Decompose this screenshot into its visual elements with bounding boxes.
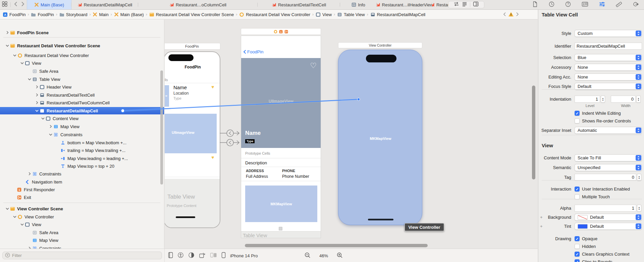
- filter-field[interactable]: Filter: [2, 252, 162, 259]
- canvas-horizontal-scrollbar[interactable]: [245, 244, 428, 247]
- scene2-description-cell[interactable]: Description: [245, 160, 267, 165]
- appearance-icon[interactable]: [188, 252, 195, 260]
- indentation-level-field[interactable]: 1: [575, 96, 600, 103]
- popup-button[interactable]: None: [575, 73, 642, 81]
- color-popup[interactable]: Default: [575, 223, 642, 230]
- indentation-width-field[interactable]: 0: [611, 96, 636, 103]
- outline-row-restaurantdetailmapcell[interactable]: RestaurantDetailMapCell: [0, 107, 164, 114]
- disclosure-open-icon[interactable]: [27, 77, 32, 82]
- disclosure-closed-icon[interactable]: [27, 171, 32, 176]
- stepper[interactable]: ▲▼: [601, 96, 605, 103]
- outline-row-constraints[interactable]: Constraints: [0, 170, 164, 177]
- attributes-inspector-icon[interactable]: [599, 1, 605, 9]
- disclosure-open-icon[interactable]: [48, 132, 53, 137]
- popup-button[interactable]: None: [575, 64, 642, 71]
- outline-row-foodpin-scene[interactable]: FoodPin Scene: [0, 29, 164, 36]
- breadcrumb-item-restaurant-detail-view-controller-scene[interactable]: Restaurant Detail View Controller Scene: [149, 12, 234, 17]
- breadcrumb-item-foodpin[interactable]: AFoodPin: [3, 12, 25, 17]
- disclosure-closed-icon[interactable]: [5, 30, 10, 35]
- warning-icon[interactable]: [508, 12, 514, 18]
- forward-icon[interactable]: [21, 1, 25, 8]
- outline-row-first-responder[interactable]: 1First Responder: [0, 186, 164, 193]
- zoom-level[interactable]: 46%: [319, 253, 328, 258]
- outline-row-bottom-map-view-bottom-[interactable]: bottom = Map View.bottom +...: [0, 139, 164, 146]
- device-bezel-icon[interactable]: [168, 252, 173, 260]
- outline-row-header-view[interactable]: Header View: [0, 83, 164, 91]
- disclosure-open-icon[interactable]: [5, 43, 10, 48]
- disclosure-open-icon[interactable]: [12, 214, 17, 219]
- editor-list-icon[interactable]: [462, 1, 467, 8]
- outline-row-view[interactable]: View: [0, 221, 164, 228]
- size-inspector-icon[interactable]: [615, 1, 622, 9]
- disclosure-closed-icon[interactable]: [34, 93, 40, 97]
- sidebar-scrollbar[interactable]: [160, 70, 163, 185]
- breadcrumb-item-storyboard[interactable]: Storyboard: [59, 12, 88, 17]
- disclosure-open-icon[interactable]: [19, 222, 25, 227]
- add-keypath-icon[interactable]: +: [540, 215, 543, 220]
- outline-row-safe-area[interactable]: Safe Area: [0, 229, 164, 236]
- file-inspector-icon[interactable]: [532, 1, 538, 9]
- history-inspector-icon[interactable]: [548, 1, 555, 9]
- scene2-map-view[interactable]: MKMapView: [245, 186, 317, 222]
- disclosure-closed-icon[interactable]: [27, 246, 32, 249]
- checkbox-multiple-touch[interactable]: [575, 194, 580, 199]
- tab-restaurantdetailmapcell[interactable]: RestaurantDetailMapCell: [71, 0, 138, 9]
- disclosure-closed-icon[interactable]: [48, 124, 53, 129]
- scene2-hero-image[interactable]: ♡ UIImageView Name Type: [241, 58, 321, 148]
- stepper[interactable]: ▲▼: [637, 174, 641, 181]
- popup-button[interactable]: Automatic: [575, 127, 642, 134]
- back-icon[interactable]: [14, 1, 18, 8]
- heart-outline-icon[interactable]: ♡: [310, 61, 317, 70]
- disclosure-open-icon[interactable]: [19, 61, 25, 65]
- breadcrumb-item-main[interactable]: Main: [93, 12, 108, 17]
- add-keypath-icon[interactable]: +: [540, 224, 543, 229]
- checkbox-opaque[interactable]: ✓: [575, 236, 580, 241]
- tab-restaurant-ilheaderview[interactable]: Restaurant…ilHeaderView: [377, 0, 432, 9]
- number-field[interactable]: 0: [575, 174, 636, 181]
- device-name[interactable]: iPhone 14 Pro: [230, 253, 258, 258]
- scene1-title-bar[interactable]: FoodPin: [165, 43, 220, 50]
- storyboard-canvas[interactable]: FoodPin FoodPin lls w Name ♥ Location Ty…: [165, 19, 538, 249]
- orientation-icon[interactable]: [199, 252, 206, 260]
- outline-row-safe-area[interactable]: Safe Area: [0, 67, 164, 75]
- scene2-title-bar[interactable]: 1: [241, 28, 321, 35]
- disclosure-open-icon[interactable]: [12, 53, 17, 58]
- scene1-cell-thumbnail[interactable]: w: [165, 85, 169, 107]
- outline-row-restaurantdetailtwocolumncell[interactable]: RestaurantDetailTwoColumnCell: [0, 99, 164, 106]
- outline-row-view[interactable]: View: [0, 59, 164, 67]
- outline-row-restaurant-detail-view-controller[interactable]: Restaurant Detail View Controller: [0, 52, 164, 59]
- swap-editor-icon[interactable]: [453, 1, 459, 8]
- popup-button[interactable]: Custom: [575, 30, 642, 37]
- next-issue-icon[interactable]: [516, 12, 519, 17]
- outline-row-table-view[interactable]: Table View: [0, 75, 164, 83]
- scene2-view[interactable]: FoodPin ♡ UIImageView Name Type Prototyp…: [241, 36, 321, 238]
- canvas-vertical-scrollbar[interactable]: [532, 86, 535, 179]
- popup-button[interactable]: Scale To Fill: [575, 154, 642, 161]
- disclosure-open-icon[interactable]: [40, 116, 46, 121]
- scene3-phone[interactable]: MKMapView: [338, 50, 422, 225]
- breadcrumb-item-table-view[interactable]: Table View: [337, 12, 365, 17]
- checkbox-user-interaction-enabled[interactable]: ✓: [575, 187, 580, 192]
- popup-button[interactable]: Blue: [575, 54, 642, 61]
- popup-button[interactable]: Default: [575, 83, 642, 90]
- stepper[interactable]: ▲▼: [637, 205, 641, 212]
- outline-row-map-view-leading-leading-[interactable]: Map View.leading = leading +...: [0, 155, 164, 162]
- phone-icon[interactable]: [221, 252, 226, 260]
- connections-inspector-icon[interactable]: [633, 1, 639, 9]
- disclosure-closed-icon[interactable]: [34, 85, 40, 89]
- zoom-out-icon[interactable]: [305, 252, 311, 259]
- scene2-back-button[interactable]: FoodPin: [243, 49, 263, 54]
- tab-restaurantdetailtextcell[interactable]: RestaurantDetailTextCell: [258, 0, 340, 9]
- outline-row-constraints[interactable]: Constraints: [0, 245, 164, 249]
- outline-row-view-controller[interactable]: View Controller: [0, 213, 164, 220]
- stepper[interactable]: ▲▼: [636, 96, 641, 103]
- help-inspector-icon[interactable]: ?: [565, 1, 571, 9]
- identity-inspector-icon[interactable]: [582, 1, 588, 9]
- disclosure-open-icon[interactable]: [34, 108, 40, 113]
- breadcrumb-item-restaurant-detail-view-controller[interactable]: Restaurant Detail View Controller: [239, 12, 310, 17]
- checkbox-shows-re-order-controls[interactable]: [575, 118, 580, 123]
- tab-info[interactable]: Info: [340, 0, 377, 9]
- outline-row-restaurant-detail-view-controller-scene[interactable]: Restaurant Detail View Controller Scene: [0, 42, 164, 49]
- outline-row-map-view[interactable]: Map View: [0, 123, 164, 130]
- text-field[interactable]: RestaurantDetailMapCell: [575, 43, 642, 50]
